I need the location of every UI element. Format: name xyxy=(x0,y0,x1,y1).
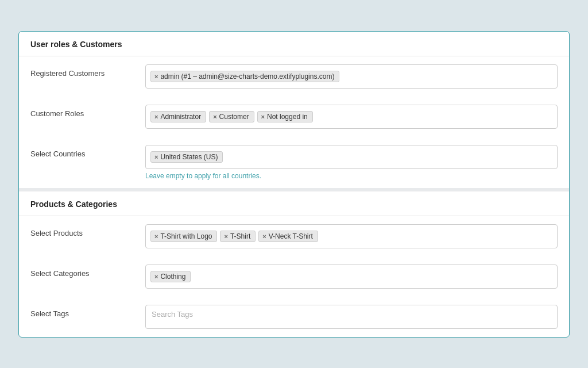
field-select-tags: Select Tags Search Tags xyxy=(19,297,569,337)
control-select-countries: × United States (US) Leave empty to appl… xyxy=(145,145,558,180)
tag-remove-icon[interactable]: × xyxy=(224,233,227,240)
tag-label: admin (#1 – admin@size-charts-demo.extif… xyxy=(160,72,334,80)
tag-remove-icon[interactable]: × xyxy=(154,73,158,80)
tag-label: V-Neck T-Shirt xyxy=(269,232,313,240)
field-select-products: Select Products × T-Shirt with Logo × T-… xyxy=(19,216,569,256)
label-customer-roles: Customer Roles xyxy=(30,105,145,118)
label-select-countries: Select Countries xyxy=(30,145,145,158)
tag-remove-icon[interactable]: × xyxy=(261,113,265,120)
field-registered-customers: Registered Customers × admin (#1 – admin… xyxy=(19,56,569,97)
tagbox-select-countries[interactable]: × United States (US) xyxy=(145,145,558,169)
tagbox-registered-customers[interactable]: × admin (#1 – admin@size-charts-demo.ext… xyxy=(145,64,558,89)
control-registered-customers: × admin (#1 – admin@size-charts-demo.ext… xyxy=(145,64,558,89)
tag-remove-icon[interactable]: × xyxy=(154,273,158,280)
label-select-products: Select Products xyxy=(30,224,145,237)
tag-remove-icon[interactable]: × xyxy=(262,233,266,240)
tag-not-logged-in[interactable]: × Not logged in xyxy=(257,111,313,122)
label-registered-customers: Registered Customers xyxy=(30,64,145,78)
field-select-countries: Select Countries × United States (US) Le… xyxy=(19,137,569,188)
countries-hint: Leave empty to apply for all countries. xyxy=(145,172,558,180)
tag-label: United States (US) xyxy=(160,153,218,161)
control-select-tags: Search Tags xyxy=(145,305,558,329)
tag-remove-icon[interactable]: × xyxy=(213,113,216,120)
tag-label: Administrator xyxy=(160,113,201,121)
tag-label: T-Shirt with Logo xyxy=(160,232,212,240)
tag-clothing[interactable]: × Clothing xyxy=(150,271,191,282)
tagbox-customer-roles[interactable]: × Administrator × Customer × Not logged … xyxy=(145,105,558,129)
tagbox-select-products[interactable]: × T-Shirt with Logo × T-Shirt × V-Neck T… xyxy=(145,224,558,248)
tagbox-select-categories[interactable]: × Clothing xyxy=(145,264,558,289)
tag-administrator[interactable]: × Administrator xyxy=(150,111,206,122)
tag-vneck-tshirt[interactable]: × V-Neck T-Shirt xyxy=(258,231,318,242)
section-products-categories: Products & Categories Select Products × … xyxy=(19,191,569,337)
tag-remove-icon[interactable]: × xyxy=(154,113,158,120)
field-select-categories: Select Categories × Clothing xyxy=(19,256,569,297)
tag-remove-icon[interactable]: × xyxy=(154,154,158,160)
tag-customer[interactable]: × Customer xyxy=(209,111,254,122)
control-select-products: × T-Shirt with Logo × T-Shirt × V-Neck T… xyxy=(145,224,558,248)
tag-admin[interactable]: × admin (#1 – admin@size-charts-demo.ext… xyxy=(150,71,339,82)
control-select-categories: × Clothing xyxy=(145,264,558,289)
section-user-roles: User roles & Customers Registered Custom… xyxy=(19,32,569,188)
label-select-categories: Select Categories xyxy=(30,264,145,278)
tag-label: T-Shirt xyxy=(230,232,250,240)
tag-label: Not logged in xyxy=(267,113,308,121)
field-customer-roles: Customer Roles × Administrator × Custome… xyxy=(19,97,569,137)
tag-remove-icon[interactable]: × xyxy=(154,233,158,240)
tag-label: Customer xyxy=(219,113,249,121)
tag-label: Clothing xyxy=(160,273,185,281)
search-tags-input[interactable]: Search Tags xyxy=(145,305,558,329)
control-customer-roles: × Administrator × Customer × Not logged … xyxy=(145,105,558,129)
label-select-tags: Select Tags xyxy=(30,305,145,318)
section-header-products-categories: Products & Categories xyxy=(19,191,569,216)
section-header-user-roles: User roles & Customers xyxy=(19,32,569,56)
main-container: User roles & Customers Registered Custom… xyxy=(18,31,570,338)
tag-united-states[interactable]: × United States (US) xyxy=(150,151,223,163)
tag-tshirt-logo[interactable]: × T-Shirt with Logo xyxy=(150,231,217,242)
tag-tshirt[interactable]: × T-Shirt xyxy=(220,231,256,242)
